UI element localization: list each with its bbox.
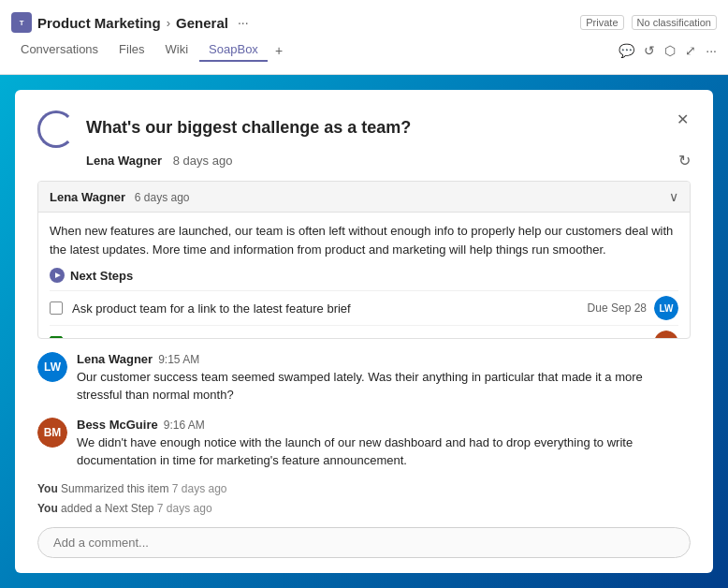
channel-tabs: Conversations Files Wiki SoapBox + <box>11 38 288 62</box>
question-spinner-icon <box>37 110 75 148</box>
comment-author-1: Lena Wagner <box>77 352 153 366</box>
comment-row-2: BM Bess McGuire 9:16 AM We didn't have e… <box>37 418 691 470</box>
task-row-2: Talk to Alice about how she plans to ann… <box>50 325 678 339</box>
task-avatar-1: LW <box>654 296 678 320</box>
comment-time-2: 9:16 AM <box>164 419 205 432</box>
comment-author-2: Bess McGuire <box>77 418 158 432</box>
comment-avatar-2: BM <box>37 418 67 448</box>
comment-body-1: Lena Wagner 9:15 AM Our customer success… <box>77 352 691 404</box>
comment-text-2: We didn't have enough notice with the la… <box>77 434 691 470</box>
add-tab-button[interactable]: + <box>269 39 288 62</box>
comment-meta-1: Lena Wagner 9:15 AM <box>77 352 691 366</box>
task-due-2[interactable]: Set due date <box>583 336 647 339</box>
soapbox-card: What's our biggest challenge as a team? … <box>15 90 713 573</box>
comment-input-row <box>37 527 691 558</box>
svg-text:T: T <box>20 19 24 27</box>
avatar-circle-2: BM <box>654 331 678 339</box>
author-info: Lena Wagner 8 days ago <box>86 154 232 168</box>
next-steps-label: Next Steps <box>70 269 133 283</box>
comment-body-2: Bess McGuire 9:16 AM We didn't have enou… <box>77 418 691 470</box>
task-text-2: Talk to Alice about how she plans to ann… <box>72 336 583 339</box>
activity-log: You Summarized this item 7 days ago You … <box>37 479 691 520</box>
task-row: Ask product team for a link to the lates… <box>50 290 678 325</box>
tab-wiki[interactable]: Wiki <box>156 38 198 62</box>
inner-response-panel: Lena Wagner 6 days ago ∨ When new featur… <box>37 181 691 339</box>
comment-time-1: 9:15 AM <box>158 353 199 366</box>
tab-row: Conversations Files Wiki SoapBox + 💬 ↺ ⬡… <box>11 38 717 62</box>
main-content: What's our biggest challenge as a team? … <box>0 75 728 588</box>
activity-log-item-2: You added a Next Step 7 days ago <box>37 499 691 520</box>
top-bar: T Product Marketing › General ··· Privat… <box>0 0 728 75</box>
activity-log-item-1: You Summarized this item 7 days ago <box>37 479 691 500</box>
classification-badge: No classification <box>632 15 717 30</box>
card-author-time: 8 days ago <box>173 154 233 168</box>
card-header: What's our biggest challenge as a team? … <box>37 109 691 148</box>
task-checkbox-2[interactable] <box>50 336 63 339</box>
tab-files[interactable]: Files <box>109 38 153 62</box>
comment-avatar-circle-1: LW <box>37 352 67 382</box>
collapse-icon[interactable]: ∨ <box>669 189 678 204</box>
card-author-row: Lena Wagner 8 days ago ↻ <box>37 152 691 169</box>
more-options-icon[interactable]: ··· <box>706 43 717 58</box>
inner-panel-header: Lena Wagner 6 days ago ∨ <box>38 182 690 213</box>
card-refresh-icon[interactable]: ↻ <box>678 152 691 169</box>
expand-icon[interactable]: ⤢ <box>685 43 696 58</box>
comment-text-1: Our customer success team seemed swamped… <box>77 368 691 404</box>
task-checkbox-1[interactable] <box>50 301 63 315</box>
close-button[interactable]: ✕ <box>675 109 691 130</box>
next-steps-header: Next Steps <box>50 268 678 283</box>
toolbar-icons: 💬 ↺ ⬡ ⤢ ··· <box>619 43 717 58</box>
top-bar-badges: Private No classification <box>580 15 717 30</box>
comment-avatar-1: LW <box>37 352 67 382</box>
inner-author-row: Lena Wagner 6 days ago <box>50 190 190 204</box>
popout-icon[interactable]: ⬡ <box>664 43 676 58</box>
card-header-left: What's our biggest challenge as a team? <box>37 109 411 148</box>
tab-soapbox[interactable]: SoapBox <box>199 38 268 62</box>
inner-panel-body: When new features are launched, our team… <box>38 213 690 339</box>
team-name: Product Marketing <box>37 15 161 31</box>
inner-author-time: 6 days ago <box>135 191 190 204</box>
inner-panel-text: When new features are launched, our team… <box>50 222 678 258</box>
breadcrumb: T Product Marketing › General ··· <box>11 12 253 33</box>
tab-conversations[interactable]: Conversations <box>11 38 108 62</box>
comment-input[interactable] <box>37 527 691 558</box>
comment-avatar-circle-2: BM <box>37 418 67 448</box>
comment-meta-2: Bess McGuire 9:16 AM <box>77 418 691 432</box>
next-steps-icon <box>50 268 65 283</box>
card-title: What's our biggest challenge as a team? <box>86 117 411 139</box>
channel-options-button[interactable]: ··· <box>234 13 253 32</box>
teams-logo-icon: T <box>11 12 32 33</box>
task-due-1: Due Sep 28 <box>588 301 647 315</box>
channel-name: General <box>176 15 228 31</box>
avatar-circle-1: LW <box>654 296 678 320</box>
task-text-1: Ask product team for a link to the lates… <box>72 301 588 316</box>
refresh-icon[interactable]: ↺ <box>644 43 655 58</box>
chat-icon[interactable]: 💬 <box>619 43 634 58</box>
comment-row-1: LW Lena Wagner 9:15 AM Our customer succ… <box>37 352 691 404</box>
private-badge: Private <box>580 15 623 30</box>
inner-author-name: Lena Wagner <box>50 190 125 204</box>
card-author-name: Lena Wagner <box>86 154 162 168</box>
breadcrumb-separator: › <box>167 16 170 30</box>
comments-section: LW Lena Wagner 9:15 AM Our customer succ… <box>37 352 691 470</box>
task-avatar-2: BM <box>654 331 678 339</box>
top-bar-title-row: T Product Marketing › General ··· Privat… <box>11 12 717 38</box>
